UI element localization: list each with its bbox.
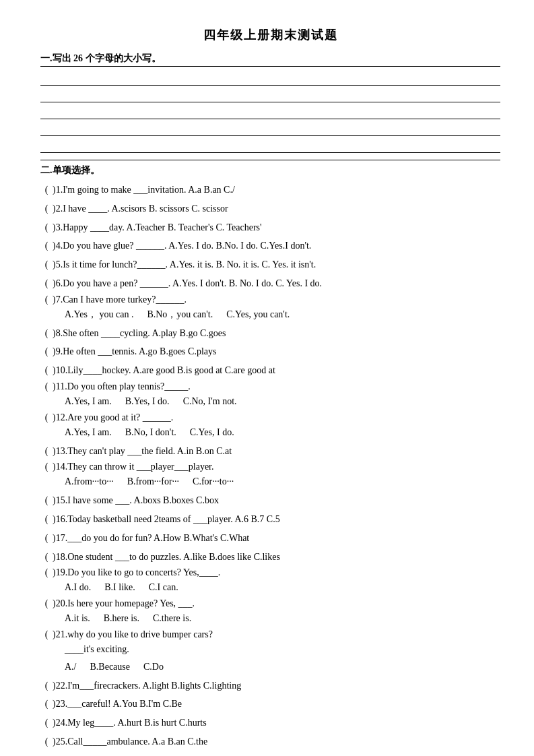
question-text: )9.He often ___tennis. A.go B.goes C.pla…: [53, 344, 500, 360]
question-bracket: (: [40, 201, 53, 217]
question-bracket: (: [40, 344, 53, 360]
option: A.You: [112, 699, 137, 709]
question-text: )16.Today basketball need 2teams of ___p…: [53, 511, 500, 528]
question-bracket: (: [40, 325, 53, 342]
question-row: ()23.___careful! A.You B.I'm C.Be: [40, 696, 500, 712]
question-row: ()5.Is it time for lunch?______. A.Yes. …: [40, 257, 500, 273]
question-row: ()26.We are taking you ___the hospital. …: [40, 753, 500, 756]
option: C.What: [220, 533, 249, 543]
option: C. scissor: [191, 203, 228, 214]
sub-line: ____it's exciting.: [40, 641, 500, 658]
question-row: ()1.I'm going to make ___invitation. A.a…: [40, 182, 500, 198]
question-bracket: (: [40, 238, 53, 254]
question-row: ()2.I have ____. A.scisors B. scissors C…: [40, 201, 500, 217]
option: B.No，you can't.: [147, 307, 213, 323]
question-row: ()24.My leg____. A.hurt B.is hurt C.hurt…: [40, 715, 500, 731]
option: B.an C./: [204, 185, 235, 195]
question-row: ()9.He often ___tennis. A.go B.goes C.pl…: [40, 344, 500, 360]
option: B.go: [180, 328, 198, 338]
sub-options-row: A.I do.B.I like.C.I can.: [40, 579, 500, 596]
option: B.7: [251, 514, 265, 524]
option: A.a: [152, 736, 165, 747]
question-row: ()17.___do you do for fun? A.How B.What'…: [40, 530, 500, 546]
option: B.boxes: [163, 495, 194, 505]
question-text: )25.Call_____ambulance. A.a B.an C.the: [53, 734, 500, 750]
option: B. scissors: [149, 203, 189, 214]
question-bracket: (: [40, 381, 53, 392]
option: A.light: [143, 681, 169, 691]
question-bracket: (: [40, 257, 53, 273]
option: A.hurt: [117, 718, 141, 728]
option: B. No. I do.: [229, 278, 273, 288]
option: C.Be: [163, 699, 182, 709]
option: B.Because: [90, 659, 130, 675]
question-row: ()12.Are you good at it? ______.: [40, 412, 500, 423]
option: B.is hurt: [144, 718, 176, 728]
question-bracket: (: [40, 443, 53, 460]
sub-options-row: A.Yes, I am.B.No, I don't.C.Yes, I do.: [40, 424, 500, 441]
section2: 二.单项选择。 ()1.I'm going to make ___invitat…: [40, 160, 500, 756]
option: B.What's: [183, 533, 218, 543]
option: C.Yes.I don't.: [261, 241, 312, 251]
question-bracket: (: [40, 462, 53, 472]
section1: 一.写出 26 个字母的大小写。: [40, 53, 500, 153]
question-bracket: (: [40, 511, 53, 528]
option: C.Do: [143, 659, 164, 675]
question-text: )17.___do you do for fun? A.How B.What's…: [53, 530, 500, 546]
option: A./: [65, 659, 77, 675]
question-text: )7.Can I have more turkey?______.: [53, 294, 187, 305]
writing-lines: [40, 71, 500, 153]
option: C.5: [267, 514, 280, 524]
option: B.is good at: [177, 365, 222, 375]
option: A.in: [177, 446, 194, 456]
option: A.a: [188, 185, 201, 195]
option: C.for···to···: [193, 474, 234, 490]
option: C.hurts: [179, 718, 207, 728]
question-bracket: (: [40, 493, 53, 509]
section2-header: 二.单项选择。: [40, 160, 500, 177]
question-text: )20.Is here your homepage? Yes, ___.: [53, 598, 195, 608]
option: A.Teacher: [127, 222, 166, 232]
question-text: )13.They can't play ___the field. A.in B…: [53, 443, 500, 460]
option: B.No. I do.: [215, 241, 258, 251]
question-text: )1.I'm going to make ___invitation. A.a …: [53, 182, 500, 198]
question-row: ()14.They can throw it ___player___playe…: [40, 462, 500, 472]
sub-options-row: A.Yes, I am.B.Yes, I do.C.No, I'm not.: [40, 393, 500, 410]
option: B.Yes, I do.: [125, 393, 170, 410]
question-row: ()13.They can't play ___the field. A.in …: [40, 443, 500, 460]
option: A.Yes, I am.: [65, 393, 112, 410]
question-text: )14.They can throw it ___player___player…: [53, 462, 213, 472]
write-line-3: [40, 104, 500, 119]
option: B.lights: [171, 681, 201, 691]
option: B. Teacher's: [168, 222, 213, 232]
question-text: )18.One student ___to do puzzles. A.like…: [53, 549, 500, 565]
option: A.scisors: [111, 203, 146, 214]
option: A.Yes. I do.: [168, 241, 213, 251]
question-row: ()8.She often ____cycling. A.play B.go C…: [40, 325, 500, 342]
question-bracket: (: [40, 715, 53, 731]
question-bracket: (: [40, 182, 53, 198]
question-text: )2.I have ____. A.scisors B. scissors C.…: [53, 201, 500, 217]
option: C.plays: [188, 346, 216, 356]
question-text: )5.Is it time for lunch?______. A.Yes. i…: [53, 257, 500, 273]
question-row: ()7.Can I have more turkey?______.: [40, 294, 500, 305]
option: A.Yes， you can .: [65, 307, 133, 323]
question-row: ()21.why do you like to drive bumper car…: [40, 629, 500, 640]
option: B.here is.: [104, 610, 139, 627]
option: A.boxs: [134, 495, 161, 505]
option: C.goes: [200, 328, 226, 338]
option: C.Yes, you can't.: [226, 307, 290, 323]
question-text: )19.Do you like to go to concerts? Yes,_…: [53, 567, 220, 577]
sub-options-row: A.it is.B.here is.C.there is.: [40, 610, 500, 627]
question-bracket: (: [40, 412, 53, 423]
option: A.How: [154, 533, 181, 543]
option: B.from···for···: [127, 474, 179, 490]
question-bracket: (: [40, 294, 53, 305]
question-text: )23.___careful! A.You B.I'm C.Be: [53, 696, 500, 712]
option: A.Yes. I don't.: [172, 278, 226, 288]
question-row: ()25.Call_____ambulance. A.a B.an C.the: [40, 734, 500, 750]
write-line-1: [40, 71, 500, 86]
question-text: )4.Do you have glue? ______. A.Yes. I do…: [53, 238, 500, 254]
option: C. Teachers': [215, 222, 261, 232]
option: B.goes: [160, 346, 186, 356]
